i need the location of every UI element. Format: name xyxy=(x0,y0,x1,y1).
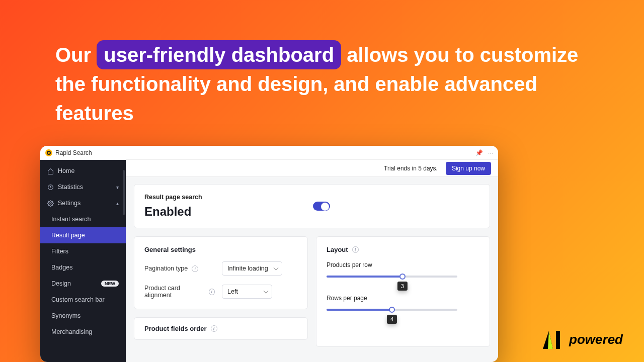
app-icon xyxy=(45,149,52,156)
ai-mark-icon xyxy=(541,329,564,350)
sidebar-item-design[interactable]: Design NEW xyxy=(40,276,126,292)
sidebar-item-instant-search[interactable]: Instant search xyxy=(40,211,126,227)
more-icon[interactable]: ··· xyxy=(488,149,493,156)
info-icon[interactable]: i xyxy=(352,246,359,253)
sidebar-item-custom-search-bar[interactable]: Custom search bar xyxy=(40,292,126,308)
general-settings-card: General settings Pagination type i Infin… xyxy=(134,236,308,309)
fields-order-title: Product fields order xyxy=(144,325,207,332)
pagination-type-label: Pagination type xyxy=(144,265,188,272)
sidebar-item-settings[interactable]: Settings ▴ xyxy=(40,195,126,211)
hero-pre: Our xyxy=(55,44,97,66)
new-badge: NEW xyxy=(101,281,119,287)
header-title: Enabled xyxy=(144,205,202,219)
sidebar-stats-label: Statistics xyxy=(58,184,83,191)
layout-card: Layout i Products per row 3 xyxy=(316,236,490,347)
ai-powered-logo: powered xyxy=(541,329,623,350)
window-titlebar: Rapid Search 📌 ··· xyxy=(40,146,498,160)
topbar: Trial ends in 5 days. Sign up now xyxy=(126,160,498,177)
chevron-up-icon: ▴ xyxy=(116,201,119,206)
alignment-select[interactable]: Left xyxy=(222,285,272,299)
rows-per-page-value: 4 xyxy=(387,315,397,324)
products-per-row-value: 3 xyxy=(397,282,408,291)
svg-point-1 xyxy=(50,202,51,204)
pagination-type-select[interactable]: Infinite loading xyxy=(222,261,282,276)
sidebar-home-label: Home xyxy=(58,167,74,174)
sidebar-item-merchandising[interactable]: Merchandising xyxy=(40,324,126,340)
hero-highlight: user-friendly dashboard xyxy=(97,40,341,69)
signup-button[interactable]: Sign up now xyxy=(446,162,491,175)
products-per-row-slider[interactable]: 3 xyxy=(327,276,457,278)
alignment-label: Product card alignment xyxy=(144,285,205,299)
app-window: Rapid Search 📌 ··· Home xyxy=(40,146,498,362)
info-icon[interactable]: i xyxy=(209,289,215,295)
window-title: Rapid Search xyxy=(55,149,92,156)
sidebar-item-statistics[interactable]: Statistics ▾ xyxy=(40,179,126,195)
pin-icon[interactable]: 📌 xyxy=(475,149,483,156)
sidebar-item-synonyms[interactable]: Synonyms xyxy=(40,308,126,324)
trial-text: Trial ends in 5 days. xyxy=(384,165,438,172)
header-subtitle: Result page search xyxy=(144,194,202,201)
sidebar-item-badges[interactable]: Badges xyxy=(40,259,126,276)
info-icon[interactable]: i xyxy=(211,325,217,332)
svg-rect-2 xyxy=(556,331,560,349)
sidebar-settings-label: Settings xyxy=(58,200,80,207)
sidebar-item-home[interactable]: Home xyxy=(40,163,126,179)
chevron-down-icon: ▾ xyxy=(116,185,119,190)
ai-powered-text: powered xyxy=(569,332,623,347)
sidebar-item-result-page[interactable]: Result page xyxy=(40,227,126,243)
gear-icon xyxy=(47,200,54,207)
product-fields-order-card: Product fields order i xyxy=(134,317,308,340)
result-page-header-card: Result page search Enabled xyxy=(134,184,490,228)
sidebar-item-filters[interactable]: Filters xyxy=(40,243,126,259)
info-icon[interactable]: i xyxy=(192,265,198,272)
general-settings-title: General settings xyxy=(144,246,297,253)
clock-icon xyxy=(47,184,54,191)
enabled-toggle[interactable] xyxy=(313,202,330,211)
rows-per-page-slider[interactable]: 4 xyxy=(327,309,457,311)
layout-title: Layout xyxy=(327,246,348,253)
products-per-row-label: Products per row xyxy=(327,261,479,268)
hero-headline: Our user-friendly dashboard allows you t… xyxy=(55,40,589,128)
home-icon xyxy=(47,168,54,174)
sidebar: Home Statistics ▾ xyxy=(40,160,126,362)
rows-per-page-label: Rows per page xyxy=(327,295,479,302)
